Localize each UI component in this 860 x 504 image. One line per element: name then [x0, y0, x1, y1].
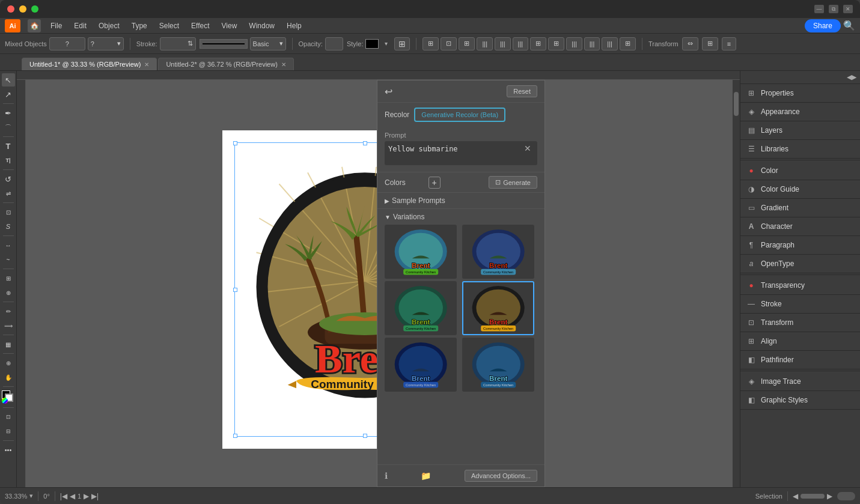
menu-edit[interactable]: Edit [69, 20, 91, 32]
warp-tool[interactable]: ~ [2, 253, 15, 266]
selection-tool[interactable]: ↖ [2, 73, 15, 87]
window-restore-btn[interactable]: ⧉ [829, 5, 838, 13]
tab-document-1[interactable]: Untitled-1* @ 33.33 % (RGB/Preview) ✕ [22, 58, 157, 70]
maximize-button[interactable] [31, 5, 38, 13]
page-first-btn[interactable]: |◀ [60, 492, 67, 500]
panel-gradient[interactable]: ▭ Gradient [740, 199, 860, 217]
fill-stroke-area[interactable] [2, 390, 15, 404]
generative-recolor-button[interactable]: Generative Recolor (Beta) [414, 108, 505, 122]
eyedropper-tool[interactable]: ✏ [2, 305, 15, 318]
reset-button[interactable]: Reset [507, 85, 537, 97]
distribute-btn[interactable]: ||| [477, 37, 493, 50]
tab-document-2[interactable]: Untitled-2* @ 36.72 % (RGB/Preview) ✕ [158, 58, 293, 70]
scroll-right-btn[interactable]: ▶ [827, 492, 832, 500]
save-to-library-button[interactable]: 📁 [421, 471, 431, 481]
blend-tool[interactable]: ⟹ [2, 319, 15, 332]
hand-tool[interactable]: ✋ [2, 371, 15, 384]
mask-tool[interactable]: ⊟ [2, 425, 15, 438]
rotation-control[interactable]: 0° [43, 493, 50, 500]
menu-type[interactable]: Type [127, 20, 152, 32]
menu-select[interactable]: Select [154, 20, 184, 32]
zoom-tool[interactable]: ⊕ [2, 356, 15, 369]
puppet-warp-tool[interactable]: ⊕ [2, 286, 15, 299]
panel-paragraph[interactable]: ¶ Paragraph [740, 236, 860, 255]
curvature-tool[interactable]: ⌒ [2, 121, 15, 134]
align-left-btn[interactable]: ⊞ [422, 37, 439, 50]
tab-close-1[interactable]: ✕ [144, 61, 149, 68]
horizontal-scrollbar-area[interactable]: ◀ ▶ [793, 492, 832, 500]
stroke-input[interactable]: ⇅ [160, 37, 196, 50]
align-right-btn[interactable]: ⊞ [459, 37, 475, 50]
panel-graphic-styles[interactable]: ◧ Graphic Styles [740, 391, 860, 410]
distribute7-btn[interactable]: ||| [584, 37, 600, 50]
width-tool[interactable]: ↔ [2, 238, 15, 252]
vertical-scrollbar[interactable] [733, 80, 740, 487]
panel-stroke[interactable]: — Stroke [740, 295, 860, 314]
home-icon[interactable]: 🏠 [28, 19, 41, 32]
add-color-button[interactable]: + [428, 177, 441, 189]
window-close-btn[interactable]: ✕ [843, 5, 853, 13]
vertical-scroll-thumb[interactable] [734, 92, 739, 116]
info-button[interactable]: ℹ [385, 471, 388, 481]
distribute8-btn[interactable]: ||| [602, 37, 618, 50]
transform-options-btn[interactable]: ⇔ [682, 37, 698, 50]
more-btn[interactable]: ≡ [722, 37, 736, 50]
page-last-btn[interactable]: ▶| [91, 492, 99, 500]
panel-color[interactable]: ● Color [740, 162, 860, 180]
distribute5-btn[interactable]: ⊞ [548, 37, 564, 50]
distribute4-btn[interactable]: ⊞ [530, 37, 546, 50]
advanced-options-button[interactable]: Advanced Options... [465, 470, 537, 482]
panel-properties[interactable]: ⊞ Properties [740, 84, 860, 103]
object-type-select2[interactable]: ?▾ [88, 37, 124, 50]
touch-type-tool[interactable]: T| [2, 154, 15, 167]
zoom-control[interactable]: 33.33% ▾ [5, 492, 33, 500]
share-button[interactable]: Share [805, 19, 841, 32]
distribute2-btn[interactable]: ||| [495, 37, 511, 50]
panel-pathfinder[interactable]: ◧ Pathfinder [740, 351, 860, 369]
distribute3-btn[interactable]: ||| [513, 37, 529, 50]
variation-1[interactable]: Brent Community Kitchen [385, 225, 457, 279]
reflect-tool[interactable]: ⇌ [2, 187, 15, 200]
panel-transform[interactable]: ⊡ Transform [740, 314, 860, 332]
menu-view[interactable]: View [217, 20, 242, 32]
page-next-btn[interactable]: ▶ [84, 492, 89, 500]
tab-close-2[interactable]: ✕ [281, 61, 286, 68]
panel-collapse-right-btn[interactable]: ▶ [852, 73, 856, 81]
direct-selection-tool[interactable]: ↗ [2, 88, 15, 101]
panel-character[interactable]: A Character [740, 217, 860, 236]
prompt-clear-button[interactable]: ✕ [524, 144, 531, 153]
view-options-btn[interactable]: ⊞ [394, 37, 410, 50]
variation-2[interactable]: Brent Community Kitchen [462, 225, 534, 279]
panel-color-guide[interactable]: ◑ Color Guide [740, 180, 860, 199]
minimize-button[interactable] [19, 5, 26, 13]
scale-tool[interactable]: ⊡ [2, 205, 15, 219]
close-button[interactable] [7, 5, 14, 13]
more-tools-btn[interactable]: ••• [2, 443, 15, 457]
panel-collapse-left-btn[interactable]: ◀ [847, 73, 852, 81]
page-prev-btn[interactable]: ◀ [70, 492, 75, 500]
menu-window[interactable]: Window [244, 20, 279, 32]
panel-align[interactable]: ⊞ Align [740, 332, 860, 351]
variation-4[interactable]: Brent Community Kitchen [462, 281, 534, 335]
prompt-input[interactable]: Yellow submarine [385, 141, 537, 165]
rotate-tool[interactable]: ↺ [2, 172, 15, 186]
object-type-select[interactable]: ? [49, 37, 85, 50]
menu-effect[interactable]: Effect [186, 20, 214, 32]
menu-file[interactable]: File [46, 20, 67, 32]
free-transform-tool[interactable]: ⊞ [2, 272, 15, 285]
scroll-left-btn[interactable]: ◀ [793, 492, 798, 500]
graph-tool[interactable]: ▦ [2, 338, 15, 351]
menu-object[interactable]: Object [94, 20, 124, 32]
panel-opentype[interactable]: a OpenType [740, 255, 860, 273]
type-tool[interactable]: T [2, 139, 15, 153]
style-swatch[interactable] [365, 39, 379, 49]
distribute6-btn[interactable]: ||| [566, 37, 582, 50]
variation-6[interactable]: Brent Community Kitchen [462, 338, 534, 392]
panel-appearance[interactable]: ◈ Appearance [740, 103, 860, 121]
panel-layers[interactable]: ▤ Layers [740, 121, 860, 140]
variation-3[interactable]: Brent Community Kitchen [385, 281, 457, 335]
undo-button[interactable]: ↩ [385, 86, 392, 97]
variation-5[interactable]: Brent Community Kitchen [385, 338, 457, 392]
shear-tool[interactable]: S [2, 220, 15, 233]
window-minimize-btn[interactable]: — [814, 5, 824, 13]
